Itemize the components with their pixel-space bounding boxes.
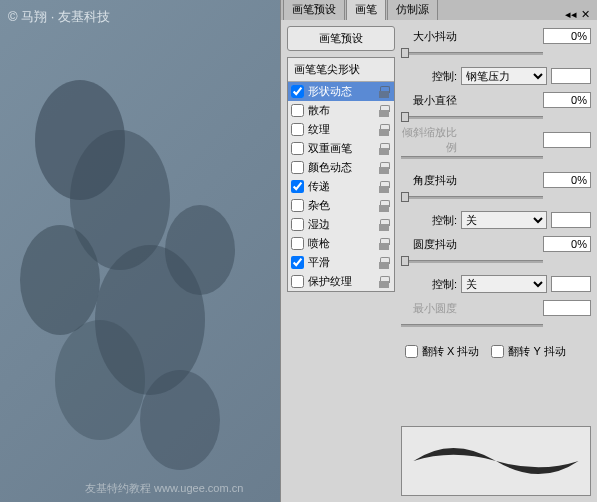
- lock-icon[interactable]: [379, 238, 391, 250]
- control3-label: 控制:: [401, 277, 457, 292]
- lock-icon[interactable]: [379, 124, 391, 136]
- option-9[interactable]: 平滑: [288, 253, 394, 272]
- lock-icon[interactable]: [379, 276, 391, 288]
- brush-tip-shape-header[interactable]: 画笔笔尖形状: [288, 58, 394, 82]
- roundness-jitter-slider[interactable]: [401, 258, 591, 268]
- option-checkbox-10[interactable]: [291, 275, 304, 288]
- svg-point-6: [140, 370, 220, 470]
- lock-icon[interactable]: [379, 219, 391, 231]
- lock-icon[interactable]: [379, 162, 391, 174]
- option-10[interactable]: 保护纹理: [288, 272, 394, 291]
- option-label-7: 湿边: [308, 217, 379, 232]
- option-checkbox-8[interactable]: [291, 237, 304, 250]
- flip-y-checkbox[interactable]: 翻转 Y 抖动: [491, 344, 565, 359]
- size-jitter-label: 大小抖动: [401, 29, 457, 44]
- min-roundness-label: 最小圆度: [401, 301, 457, 316]
- option-label-6: 杂色: [308, 198, 379, 213]
- collapse-icon[interactable]: ◂◂: [565, 8, 577, 18]
- option-8[interactable]: 喷枪: [288, 234, 394, 253]
- lock-icon[interactable]: [379, 181, 391, 193]
- option-0[interactable]: 形状动态: [288, 82, 394, 101]
- lock-icon[interactable]: [379, 86, 391, 98]
- svg-point-2: [20, 225, 100, 335]
- flip-x-checkbox[interactable]: 翻转 X 抖动: [405, 344, 479, 359]
- min-diameter-value[interactable]: 0%: [543, 92, 591, 108]
- brush-preview: [401, 426, 591, 496]
- option-label-1: 散布: [308, 103, 379, 118]
- min-roundness-value: [543, 300, 591, 316]
- brush-options-list: 画笔笔尖形状 形状动态散布纹理双重画笔颜色动态传递杂色湿边喷枪平滑保护纹理: [287, 57, 395, 292]
- roundness-jitter-value[interactable]: 0%: [543, 236, 591, 252]
- option-label-8: 喷枪: [308, 236, 379, 251]
- size-jitter-value[interactable]: 0%: [543, 28, 591, 44]
- lock-icon[interactable]: [379, 105, 391, 117]
- control1-label: 控制:: [401, 69, 457, 84]
- option-checkbox-3[interactable]: [291, 142, 304, 155]
- angle-jitter-value[interactable]: 0%: [543, 172, 591, 188]
- control3-select[interactable]: 关: [461, 275, 547, 293]
- lock-icon[interactable]: [379, 200, 391, 212]
- option-label-0: 形状动态: [308, 84, 379, 99]
- close-icon[interactable]: ✕: [581, 8, 593, 18]
- option-checkbox-0[interactable]: [291, 85, 304, 98]
- canvas-area[interactable]: [0, 0, 280, 502]
- option-checkbox-1[interactable]: [291, 104, 304, 117]
- panel-tabs: 画笔预设 画笔 仿制源 ◂◂ ✕: [281, 0, 597, 20]
- lock-icon[interactable]: [379, 257, 391, 269]
- watermark-bottom: 友基特约教程 www.ugee.com.cn: [85, 481, 243, 496]
- roundness-jitter-label: 圆度抖动: [401, 237, 457, 252]
- option-3[interactable]: 双重画笔: [288, 139, 394, 158]
- min-diameter-label: 最小直径: [401, 93, 457, 108]
- option-6[interactable]: 杂色: [288, 196, 394, 215]
- tilt-scale-value: [543, 132, 591, 148]
- tab-clone-source[interactable]: 仿制源: [387, 0, 438, 20]
- angle-jitter-label: 角度抖动: [401, 173, 457, 188]
- option-4[interactable]: 颜色动态: [288, 158, 394, 177]
- tilt-scale-slider: [401, 154, 591, 164]
- control3-extra[interactable]: [551, 276, 591, 292]
- option-checkbox-2[interactable]: [291, 123, 304, 136]
- lock-icon[interactable]: [379, 143, 391, 155]
- option-label-10: 保护纹理: [308, 274, 379, 289]
- control1-select[interactable]: 钢笔压力: [461, 67, 547, 85]
- option-2[interactable]: 纹理: [288, 120, 394, 139]
- control2-extra[interactable]: [551, 212, 591, 228]
- tilt-scale-label: 倾斜缩放比例: [401, 125, 457, 155]
- option-1[interactable]: 散布: [288, 101, 394, 120]
- svg-point-4: [165, 205, 235, 295]
- min-diameter-slider[interactable]: [401, 114, 591, 124]
- option-label-3: 双重画笔: [308, 141, 379, 156]
- control1-extra[interactable]: [551, 68, 591, 84]
- brush-preset-button[interactable]: 画笔预设: [287, 26, 395, 51]
- option-checkbox-4[interactable]: [291, 161, 304, 174]
- option-label-4: 颜色动态: [308, 160, 379, 175]
- option-7[interactable]: 湿边: [288, 215, 394, 234]
- option-checkbox-7[interactable]: [291, 218, 304, 231]
- min-roundness-slider: [401, 322, 591, 332]
- size-jitter-slider[interactable]: [401, 50, 591, 60]
- option-label-9: 平滑: [308, 255, 379, 270]
- option-label-5: 传递: [308, 179, 379, 194]
- control2-select[interactable]: 关: [461, 211, 547, 229]
- tab-brush-presets[interactable]: 画笔预设: [283, 0, 345, 20]
- svg-point-5: [55, 320, 145, 440]
- tab-brush[interactable]: 画笔: [346, 0, 386, 20]
- option-5[interactable]: 传递: [288, 177, 394, 196]
- watermark-top: © 马翔 · 友基科技: [8, 8, 110, 26]
- option-checkbox-6[interactable]: [291, 199, 304, 212]
- option-label-2: 纹理: [308, 122, 379, 137]
- option-checkbox-9[interactable]: [291, 256, 304, 269]
- option-checkbox-5[interactable]: [291, 180, 304, 193]
- control2-label: 控制:: [401, 213, 457, 228]
- angle-jitter-slider[interactable]: [401, 194, 591, 204]
- brush-panel: 画笔预设 画笔 仿制源 ◂◂ ✕ 画笔预设 画笔笔尖形状 形状动态散布纹理双重画…: [280, 0, 597, 502]
